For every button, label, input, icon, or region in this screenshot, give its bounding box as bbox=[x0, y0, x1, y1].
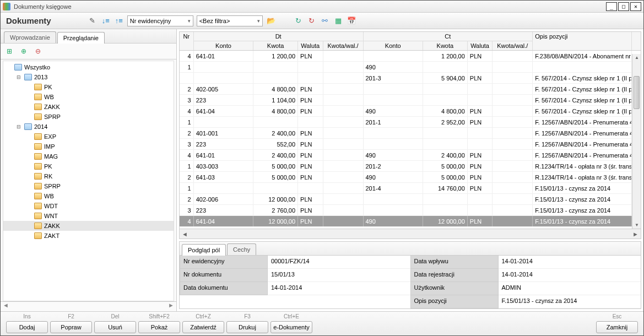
footer-close-button[interactable]: Zamknij bbox=[596, 321, 638, 333]
tree-toggle-icon[interactable]: ⊟ bbox=[15, 74, 22, 80]
tree-node-pk[interactable]: PK bbox=[3, 82, 174, 92]
tree-node-2013[interactable]: ⊟2013 bbox=[3, 72, 174, 82]
calendar-icon[interactable]: 📅 bbox=[347, 16, 356, 26]
detail-value: 15/01/13 bbox=[268, 269, 410, 282]
documents-grid[interactable]: Nr Dt Ct Opis pozycji Konto Kwota Waluta… bbox=[179, 31, 641, 239]
col-ct[interactable]: Ct bbox=[364, 32, 533, 41]
footer-dodaj-button[interactable]: Dodaj bbox=[6, 321, 48, 333]
tree-add-icon[interactable]: ⊕ bbox=[19, 47, 28, 56]
footer-pokaż-button[interactable]: Pokaż bbox=[138, 321, 180, 333]
tree-expand-icon[interactable]: ⊞ bbox=[5, 47, 14, 56]
tree-toggle-icon[interactable]: ⊟ bbox=[15, 124, 22, 129]
tree-node-mag[interactable]: MAG bbox=[3, 151, 174, 161]
footer-zatwierdź-button[interactable]: Zatwierdź bbox=[182, 321, 224, 333]
tab-wprowadzanie[interactable]: Wprowadzanie bbox=[4, 31, 56, 43]
folder-icon bbox=[34, 94, 42, 100]
table-row[interactable]: 2402-0054 800,00PLNF. 567/2014 - Czynsz … bbox=[180, 84, 641, 95]
tree-label: SPRP bbox=[44, 113, 61, 120]
col-dt-kwwal[interactable]: Kwota/wal./ bbox=[323, 41, 364, 50]
grid-vscrollbar[interactable]: ▲ ▼ bbox=[632, 54, 641, 229]
table-row[interactable]: 4641-044 800,00PLN4904 800,00PLNF. 567/2… bbox=[180, 106, 641, 117]
tree-node-sprp[interactable]: SPRP bbox=[3, 181, 174, 191]
refresh-icon[interactable]: ↻ bbox=[294, 16, 304, 26]
tree-node-wnt[interactable]: WNT bbox=[3, 211, 174, 221]
grid-hscrollbar[interactable]: ◄► bbox=[180, 229, 641, 239]
tree-node-zakk[interactable]: ZAKK bbox=[3, 221, 174, 231]
table-row[interactable]: 1490 bbox=[180, 62, 641, 73]
table-row[interactable]: 2641-035 000,00PLN4905 000,00PLNR.1234/T… bbox=[180, 172, 641, 183]
tab-cechy[interactable]: Cechy bbox=[227, 243, 256, 255]
footer-popraw-button[interactable]: Popraw bbox=[50, 321, 92, 333]
folder-icon bbox=[24, 123, 32, 130]
refresh-red-icon[interactable]: ↻ bbox=[307, 16, 317, 26]
col-dt[interactable]: Dt bbox=[194, 32, 364, 41]
titlebar[interactable]: Dokumenty księgowe _ □ ✕ bbox=[1, 1, 643, 13]
footer-e-dokumenty-button[interactable]: e-Dokumenty bbox=[270, 321, 312, 333]
tree-node-rk[interactable]: RK bbox=[3, 171, 174, 181]
sort-field-combo[interactable]: Nr ewidencyjny bbox=[127, 15, 193, 26]
table-row[interactable]: 4641-012 400,00PLN4902 400,00PLNF. 12567… bbox=[180, 150, 641, 161]
tree-node-zakk[interactable]: ZAKK bbox=[3, 102, 174, 112]
table-row[interactable]: 4641-011 200,00PLN1 200,00PLNF.238/08/AB… bbox=[180, 51, 641, 62]
table-row[interactable]: 1403-0035 000,00PLN201-25 000,00PLNR.123… bbox=[180, 161, 641, 172]
table-row[interactable]: 4641-0412 000,00PLN49012 000,00PLNF.15/0… bbox=[180, 216, 641, 227]
tree-label: ZAKK bbox=[44, 223, 60, 229]
detail-row: Opis pozycjiF.15/01/13 - czynsz za 2014 bbox=[410, 295, 641, 308]
folder-tree[interactable]: Wszystko⊟2013PKWBZAKKSPRP⊟2014EXPIMPMAGP… bbox=[3, 61, 174, 301]
tree-node-pk[interactable]: PK bbox=[3, 161, 174, 171]
tree-node-sprp[interactable]: SPRP bbox=[3, 112, 174, 122]
table-row[interactable]: 201-35 904,00PLNF. 567/2014 - Czynsz skl… bbox=[180, 73, 641, 84]
filter-combo[interactable]: <Bez filtra> bbox=[197, 15, 263, 26]
footer-usuń-button[interactable]: Usuń bbox=[94, 321, 136, 333]
sort-desc-icon[interactable]: ↑≡ bbox=[114, 16, 124, 26]
tree-remove-icon[interactable]: ⊖ bbox=[34, 47, 42, 56]
detail-row: Data rejestracji14-01-2014 bbox=[410, 269, 641, 282]
maximize-button[interactable]: □ bbox=[618, 2, 629, 11]
grid-vscroll-thumb[interactable] bbox=[634, 76, 640, 109]
table-row[interactable]: 1201-414 760,00PLNF.15/01/13 - czynsz za… bbox=[180, 183, 641, 194]
footer-drukuj-button[interactable]: Drukuj bbox=[226, 321, 268, 333]
col-nr[interactable]: Nr bbox=[180, 32, 194, 41]
sort-asc-icon[interactable]: ↓≡ bbox=[101, 16, 111, 26]
tree-node-exp[interactable]: EXP bbox=[3, 132, 174, 142]
col-ct-konto[interactable]: Konto bbox=[364, 41, 423, 50]
detail-label: Data dokumentu bbox=[180, 282, 268, 295]
shortcut-hint: F3 bbox=[225, 313, 269, 321]
folder-icon bbox=[34, 223, 42, 229]
tree-node-imp[interactable]: IMP bbox=[3, 142, 174, 151]
tree-node-wb[interactable]: WB bbox=[3, 191, 174, 201]
tree-label: PK bbox=[44, 84, 52, 90]
tree-label: SPRP bbox=[44, 183, 61, 189]
link-icon[interactable]: ⚯ bbox=[320, 16, 330, 26]
tree-node-2014[interactable]: ⊟2014 bbox=[3, 122, 174, 132]
edit-icon[interactable]: ✎ bbox=[88, 16, 98, 26]
table-row[interactable]: 1201-12 952,00PLNF. 12567/ABN/2014 - Pre… bbox=[180, 117, 641, 128]
col-ct-kwota[interactable]: Kwota bbox=[423, 41, 468, 50]
table-row[interactable]: 32232 760,00PLNF.15/01/13 - czynsz za 20… bbox=[180, 205, 641, 216]
minimize-button[interactable]: _ bbox=[606, 2, 617, 11]
close-button[interactable]: ✕ bbox=[630, 2, 641, 11]
col-ct-waluta[interactable]: Waluta bbox=[468, 41, 493, 50]
tree-node-wszystko[interactable]: Wszystko bbox=[3, 62, 174, 72]
detail-label: Nr dokumentu bbox=[180, 269, 268, 282]
table-row[interactable]: 32231 104,00PLNF. 567/2014 - Czynsz skle… bbox=[180, 95, 641, 106]
table-row[interactable]: 2401-0012 400,00PLNF. 12567/ABN/2014 - P… bbox=[180, 128, 641, 139]
col-ct-kwwal[interactable]: Kwota/wal./ bbox=[493, 41, 533, 50]
tree-node-zakt[interactable]: ZAKT bbox=[3, 231, 174, 241]
tree-node-wb[interactable]: WB bbox=[3, 92, 174, 102]
detail-row: Data dokumentu14-01-2014 bbox=[180, 282, 410, 295]
grid-icon[interactable]: ▦ bbox=[333, 16, 343, 26]
tab-przegladanie[interactable]: Przeglądanie bbox=[57, 32, 105, 44]
detail-label: Data rejestracji bbox=[410, 269, 499, 282]
col-dt-kwota[interactable]: Kwota bbox=[253, 41, 298, 50]
detail-label: Opis pozycji bbox=[410, 295, 499, 308]
table-row[interactable]: 3223552,00PLNF. 12567/ABN/2014 - Prenume… bbox=[180, 139, 641, 150]
tree-node-wdt[interactable]: WDT bbox=[3, 201, 174, 211]
folder-open-icon[interactable]: 📂 bbox=[266, 16, 276, 26]
table-row[interactable]: 2402-00612 000,00PLNF.15/01/13 - czynsz … bbox=[180, 194, 641, 205]
col-dt-waluta[interactable]: Waluta bbox=[298, 41, 323, 50]
col-dt-konto[interactable]: Konto bbox=[194, 41, 253, 50]
tab-podglad-pol[interactable]: Podgląd pól bbox=[182, 244, 226, 256]
col-opis[interactable]: Opis pozycji bbox=[533, 32, 632, 41]
detail-label: Użytkownik bbox=[410, 282, 499, 295]
